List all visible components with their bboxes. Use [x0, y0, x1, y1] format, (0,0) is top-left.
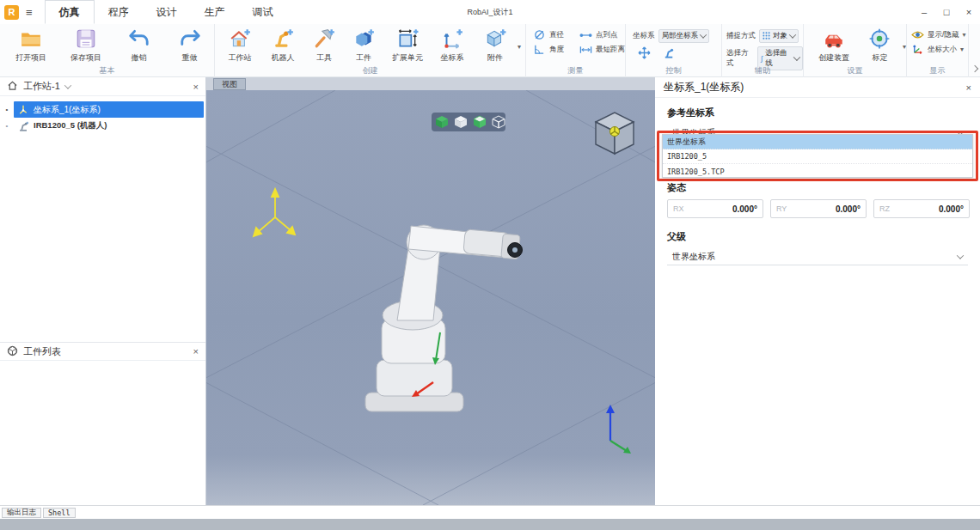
view-mode-toolbar — [432, 113, 505, 131]
close-parts-panel-button[interactable]: × — [193, 346, 199, 356]
maximize-button[interactable]: □ — [935, 0, 958, 24]
output-log-tab[interactable]: 输出日志 — [2, 508, 41, 518]
properties-panel: 坐标系_1(坐标系) × 参考坐标系 世界坐标系 世界坐标系 IRB1200_5… — [655, 77, 980, 505]
create-part-button[interactable]: 工件 — [344, 24, 383, 64]
home-plus-icon — [229, 27, 251, 50]
group-label-create: 创建 — [215, 65, 525, 76]
move-manipulator-button[interactable] — [638, 46, 651, 61]
create-station-button[interactable]: 工作站 — [218, 24, 261, 64]
calibrate-dropdown-caret[interactable]: ▾ — [903, 24, 906, 51]
measure-shortest-distance-button[interactable]: 最短距离 — [579, 44, 625, 55]
coord-system-select[interactable]: 局部坐标系 — [658, 29, 710, 43]
application-window: R ≡ 仿真 程序 设计 生产 调试 RobAI_设计1 – □ × 打开项目 … — [0, 0, 980, 530]
minimize-button[interactable]: – — [913, 0, 935, 24]
axes-size-icon — [911, 44, 924, 55]
measure-point-to-point-button[interactable]: 点到点 — [579, 29, 618, 40]
viewport-tab-view[interactable]: 视图 — [213, 78, 246, 90]
dropdown-option-robot[interactable]: IRB1200_5 — [663, 149, 972, 164]
tab-debug[interactable]: 调试 — [239, 0, 287, 24]
create-tool-button[interactable]: 工具 — [304, 24, 344, 64]
nav-cube-corner-highlight[interactable] — [610, 126, 620, 137]
navigation-cube[interactable] — [596, 113, 634, 154]
tree-expander[interactable]: • — [0, 122, 14, 130]
create-extension-unit-button[interactable]: 扩展单元 — [383, 24, 432, 64]
chevron-down-icon: ▾ — [960, 46, 964, 53]
angle-icon — [533, 44, 546, 55]
measure-diameter-button[interactable]: 直径 — [533, 29, 573, 40]
ry-field[interactable]: RY 0.000° — [770, 199, 867, 218]
chevron-right-icon[interactable] — [971, 65, 978, 72]
rx-label: RX — [673, 204, 684, 213]
robot-icon — [17, 120, 31, 132]
tab-program[interactable]: 程序 — [95, 0, 143, 24]
calibrate-button[interactable]: 标定 — [864, 24, 896, 64]
show-hide-button[interactable]: 显示/隐藏 ▾ — [911, 29, 965, 40]
open-project-button[interactable]: 打开项目 — [5, 24, 57, 64]
attachment-dropdown-caret[interactable]: ▾ — [518, 24, 521, 51]
parent-select[interactable]: 世界坐标系 — [667, 248, 968, 265]
shortest-distance-icon — [579, 44, 592, 55]
measure-angle-button[interactable]: 角度 — [533, 44, 573, 55]
robot-plus-icon — [272, 27, 294, 50]
close-properties-panel-button[interactable]: × — [966, 82, 971, 93]
create-robot-button[interactable]: 机器人 — [261, 24, 304, 64]
ribbon-group-basic: 打开项目 保存项目 撤销 重做 基本 — [0, 24, 215, 77]
rz-label: RZ — [879, 204, 890, 213]
pose-fields: RX 0.000° RY 0.000° RZ 0.000° — [667, 199, 980, 218]
rz-field[interactable]: RZ 0.000° — [873, 199, 970, 218]
chevron-down-icon — [793, 53, 800, 60]
app-logo[interactable]: R — [4, 5, 19, 20]
ribbon-overflow-area — [969, 24, 980, 76]
tree-expander[interactable]: • — [0, 106, 14, 113]
parent-label: 父级 — [667, 230, 980, 243]
station-tree-panel: 工作站-1 × • 坐标系_1(坐标系) • IRB1200_5 (机器人) 工… — [0, 77, 206, 505]
tree-item-robot[interactable]: • IRB1200_5 (机器人) — [0, 118, 205, 134]
tab-production[interactable]: 生产 — [191, 0, 239, 24]
tab-simulation[interactable]: 仿真 — [45, 0, 95, 24]
ribbon-toolbar: 打开项目 保存项目 撤销 重做 基本 工作站 — [0, 24, 980, 77]
shell-tab[interactable]: Shell — [43, 508, 76, 518]
robot-jog-button[interactable] — [663, 46, 676, 61]
parts-list-panel-header: 工件列表 × — [0, 342, 205, 361]
chevron-down-icon[interactable] — [64, 82, 71, 88]
viewport-3d-canvas[interactable] — [206, 90, 655, 505]
menu-tab-bar: 仿真 程序 设计 生产 调试 — [45, 0, 287, 24]
coord-system-label: 坐标系 — [633, 31, 655, 41]
pose-label: 姿态 — [667, 181, 980, 194]
dropdown-option-tcp[interactable]: IRB1200_5.TCP — [663, 164, 972, 179]
window-controls: – □ × — [913, 0, 980, 24]
dot-grid-icon — [763, 32, 770, 41]
ry-value: 0.000° — [836, 204, 861, 214]
station-panel-header: 工作站-1 × — [0, 77, 205, 96]
ribbon-group-measure: 直径 点到点 角度 最短距离 测量 — [526, 24, 626, 77]
hamburger-menu-icon[interactable]: ≡ — [26, 6, 33, 19]
cube-plus-icon — [484, 27, 506, 50]
create-frame-button[interactable]: 坐标系 — [432, 24, 473, 64]
eye-icon — [911, 29, 924, 40]
home-icon — [7, 80, 18, 93]
tree-item-frame[interactable]: • 坐标系_1(坐标系) — [0, 101, 205, 118]
coordinate-frame-plus-icon — [441, 27, 463, 50]
group-label-control: 控制 — [626, 65, 721, 76]
target-icon — [868, 27, 891, 50]
create-device-button[interactable]: 创建装置 — [811, 24, 857, 64]
redo-button[interactable]: 重做 — [166, 24, 213, 64]
save-project-button[interactable]: 保存项目 — [60, 24, 112, 64]
close-button[interactable]: × — [958, 0, 980, 24]
viewport-tabstrip: 视图 — [206, 77, 655, 90]
dropdown-option-world[interactable]: 世界坐标系 — [663, 135, 972, 149]
parts-list-title: 工件列表 — [23, 345, 61, 358]
properties-panel-title: 坐标系_1(坐标系) — [664, 80, 744, 94]
undo-button[interactable]: 撤销 — [115, 24, 162, 64]
snap-mode-label: 捕捉方式 — [726, 31, 756, 41]
rx-field[interactable]: RX 0.000° — [667, 199, 763, 218]
close-station-panel-button[interactable]: × — [193, 82, 199, 92]
create-attachment-button[interactable]: 附件 — [473, 24, 518, 64]
box-icon — [7, 345, 18, 358]
tab-design[interactable]: 设计 — [143, 0, 191, 24]
ry-label: RY — [776, 204, 787, 213]
station-tree: • 坐标系_1(坐标系) • IRB1200_5 (机器人) — [0, 96, 205, 134]
coord-size-button[interactable]: 坐标大小 ▾ — [911, 44, 964, 55]
snap-mode-select[interactable]: 对象 — [759, 29, 799, 43]
station-panel-title: 工作站-1 — [23, 80, 60, 93]
